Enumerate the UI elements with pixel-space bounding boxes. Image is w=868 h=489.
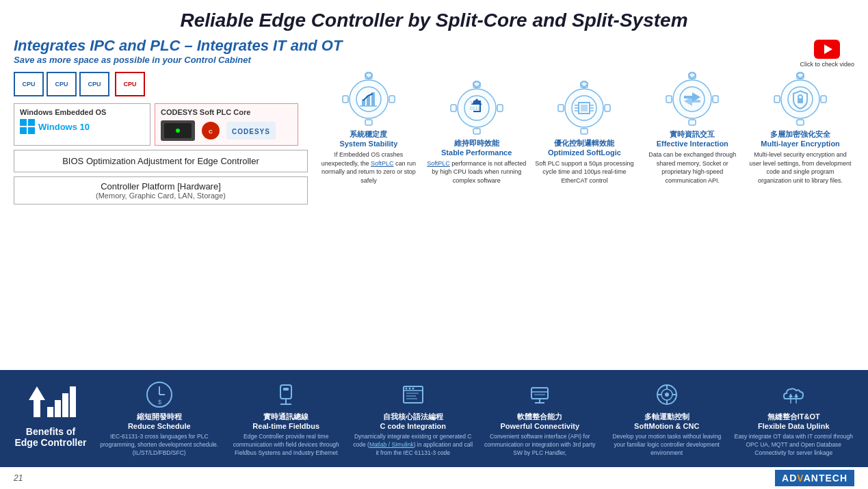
svg-rect-44 bbox=[713, 96, 718, 103]
cpu-box-1: CPU bbox=[14, 72, 44, 96]
bottom-zh-1: 縮短開發時程 bbox=[137, 412, 182, 422]
os-label-windows: Windows Embedded OS bbox=[20, 108, 144, 116]
feature-item-5: 多層加密強化安全 Multi-layer Encryption Multi-le… bbox=[749, 72, 852, 185]
subtitle-row: Integrates IPC and PLC – Integrates IT a… bbox=[14, 37, 854, 68]
svg-text:C: C bbox=[209, 129, 213, 135]
advantech-logo: ADVANTECH bbox=[775, 470, 854, 486]
svg-rect-68 bbox=[280, 385, 291, 399]
feature-zh-1: 系統穩定度 bbox=[350, 129, 387, 140]
feature-item-3: 優化控制邏輯效能 Optimized SoftLogic Soft PLC su… bbox=[533, 81, 635, 185]
svg-rect-62 bbox=[62, 393, 68, 417]
benefits-label: Benefits of Edge Controller bbox=[10, 380, 92, 448]
svg-point-78 bbox=[408, 388, 410, 390]
footer: 21 ADVANTECH bbox=[0, 467, 868, 489]
svg-rect-43 bbox=[666, 96, 672, 103]
data-uplink-icon bbox=[778, 380, 808, 410]
svg-rect-17 bbox=[497, 105, 503, 111]
svg-rect-52 bbox=[821, 96, 826, 103]
svg-marker-59 bbox=[29, 386, 45, 417]
svg-rect-42 bbox=[689, 120, 696, 125]
bottom-en-5: SoftMotion & CNC bbox=[634, 422, 699, 430]
svg-rect-16 bbox=[451, 105, 456, 111]
bottom-zh-5: 多軸運動控制 bbox=[644, 412, 689, 422]
advantech-accent: V bbox=[797, 473, 803, 484]
svg-rect-63 bbox=[70, 386, 76, 417]
svg-rect-51 bbox=[774, 96, 780, 103]
bottom-feature-5: 多軸運動控制 SoftMotion & CNC Develop your mot… bbox=[606, 380, 728, 458]
ccode-icon bbox=[398, 380, 428, 410]
bottom-zh-4: 軟體整合能力 bbox=[517, 412, 562, 422]
svg-rect-27 bbox=[558, 105, 564, 111]
plc-icons: C CODESYS bbox=[161, 120, 292, 141]
feature-desc-5: Multi-level security encryption and user… bbox=[749, 150, 852, 185]
codesys-text: CODESYS bbox=[232, 128, 270, 135]
svg-rect-26 bbox=[581, 129, 588, 134]
bottom-en-2: Real-time Fieldbus bbox=[252, 422, 319, 430]
svg-rect-50 bbox=[797, 120, 804, 125]
bottom-en-3: C code Integration bbox=[380, 422, 446, 430]
bottom-feature-2: 實時通訊總線 Real-time Fieldbus Edge Controlle… bbox=[226, 380, 347, 458]
svg-rect-15 bbox=[473, 129, 480, 134]
svg-rect-28 bbox=[605, 105, 610, 111]
feature-en-2: Stable Performance bbox=[441, 148, 512, 157]
bios-label: BIOS Optimization Adjustment for Edge Co… bbox=[62, 156, 259, 166]
cpu-box-red: CPU bbox=[115, 72, 145, 96]
subtitle-main: Integrates IPC and PLC – Integrates IT a… bbox=[14, 37, 342, 55]
bottom-zh-3: 自我核心語法編程 bbox=[383, 412, 443, 422]
feature-desc-3: Soft PLC support a 50μs processing cycle… bbox=[533, 159, 635, 185]
svg-rect-4 bbox=[343, 96, 348, 103]
bottom-desc-5: Develop your motion tasks without leavin… bbox=[606, 433, 728, 458]
feature-en-3: Optimized SoftLogic bbox=[548, 148, 621, 157]
gear-svg-2: 1010 0110 bbox=[449, 81, 504, 135]
feature-zh-2: 維持即時效能 bbox=[454, 138, 499, 148]
reduce-schedule-icon: $ bbox=[144, 380, 174, 410]
bottom-desc-6: Easy integrate OT data with IT control t… bbox=[733, 433, 855, 458]
svg-point-87 bbox=[665, 393, 669, 397]
cpu-box-2: CPU bbox=[47, 72, 77, 96]
gears-row: 系統穩定度 System Stability If Embedded OS cr… bbox=[315, 72, 854, 187]
bottom-section: Benefits of Edge Controller $ 縮短開發時程 Red… bbox=[0, 370, 868, 467]
bottom-desc-1: IEC-61131-3 cross languages for PLC prog… bbox=[98, 433, 220, 458]
left-panel: CPU CPU CPU CPU Windows Embedded OS bbox=[14, 72, 308, 366]
svg-rect-60 bbox=[47, 407, 53, 417]
bottom-feature-6: 無縫整合IT&OT Flexible Data Uplink Easy inte… bbox=[733, 380, 855, 458]
codesys-label: CODESYS Soft PLC Core bbox=[161, 108, 292, 116]
svg-point-77 bbox=[405, 388, 407, 390]
os-box-windows: Windows Embedded OS Windows 10 bbox=[14, 103, 150, 146]
connectivity-icon bbox=[525, 380, 555, 410]
feature-item-1: 系統穩定度 System Stability If Embedded OS cr… bbox=[317, 72, 420, 185]
win10-text: Windows 10 bbox=[38, 122, 90, 132]
controller-sub: (Memory, Graphic Card, LAN, Storage) bbox=[23, 191, 299, 200]
codesys-logo: CODESYS bbox=[226, 122, 276, 140]
bottom-zh-2: 實時通訊總線 bbox=[263, 412, 308, 422]
gear-svg-5 bbox=[773, 72, 828, 127]
subtitle-sub: Save as more space as possible in your C… bbox=[14, 55, 342, 65]
svg-marker-95 bbox=[794, 393, 798, 397]
codesys-icon: C bbox=[200, 120, 221, 141]
bottom-desc-3: Dynamically integrate existing or genera… bbox=[352, 433, 474, 458]
svg-text:$: $ bbox=[158, 399, 161, 406]
gear-svg-4 bbox=[665, 72, 720, 127]
feature-zh-4: 實時資訊交互 bbox=[670, 129, 715, 140]
win10-row: Windows 10 bbox=[20, 119, 144, 134]
bottom-en-6: Flexible Data Uplink bbox=[758, 422, 830, 430]
feature-item-4: 實時資訊交互 Effective Interaction Data can be… bbox=[641, 72, 744, 185]
video-button[interactable]: Click to check video bbox=[800, 40, 854, 68]
bottom-en-1: Reduce Schedule bbox=[128, 422, 191, 430]
softmotion-icon bbox=[652, 380, 682, 410]
bottom-feature-1: $ 縮短開發時程 Reduce Schedule IEC-61131-3 cro… bbox=[98, 380, 220, 458]
feature-desc-4: Data can be exchanged through shared mem… bbox=[641, 150, 744, 185]
feature-zh-3: 優化控制邏輯效能 bbox=[554, 138, 614, 148]
cpu-box-3: CPU bbox=[79, 72, 109, 96]
youtube-icon bbox=[814, 40, 840, 59]
bottom-en-4: Powerful Connectivity bbox=[500, 422, 579, 430]
fieldbus-icon bbox=[271, 380, 301, 410]
controller-box: Controller Platform [Hardware] (Memory, … bbox=[14, 176, 308, 204]
svg-rect-61 bbox=[55, 400, 61, 417]
cpu-boxes-right: CPU bbox=[115, 72, 145, 96]
gear-svg-3 bbox=[557, 81, 611, 135]
feature-zh-5: 多層加密強化安全 bbox=[770, 129, 830, 140]
subtitle-left: Integrates IPC and PLC – Integrates IT a… bbox=[14, 37, 342, 65]
benefits-title: Benefits of Edge Controller bbox=[14, 426, 86, 448]
bios-box: BIOS Optimization Adjustment for Edge Co… bbox=[14, 150, 308, 172]
